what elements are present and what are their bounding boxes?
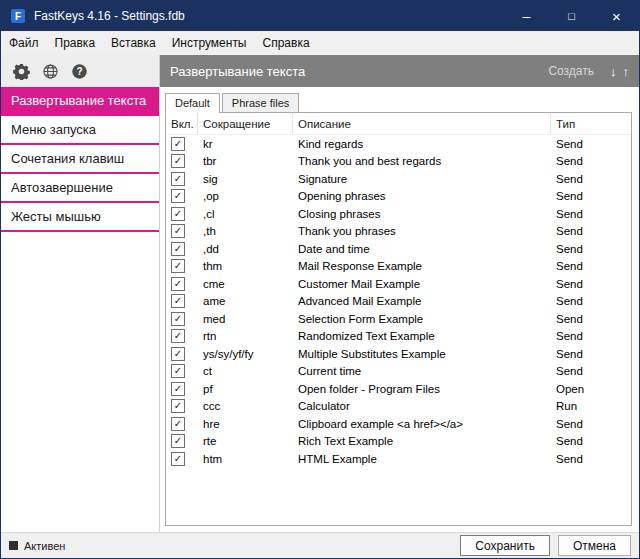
row-checkbox[interactable]: ✓: [171, 224, 185, 238]
menu-item[interactable]: Правка: [47, 31, 104, 55]
table-body: ✓krKind regardsSend✓tbrThank you and bes…: [166, 135, 631, 525]
menu-item[interactable]: Справка: [255, 31, 318, 55]
status-area: Активен: [9, 540, 65, 552]
row-type: Send: [551, 433, 631, 451]
table-row[interactable]: ✓rteRich Text ExampleSend: [166, 433, 631, 451]
row-abbreviation: ,cl: [198, 205, 293, 223]
sidebar-item[interactable]: Автозавершение: [1, 174, 159, 203]
row-checkbox[interactable]: ✓: [171, 312, 185, 326]
row-check-cell: ✓: [166, 433, 198, 451]
row-checkbox[interactable]: ✓: [171, 172, 185, 186]
maximize-button[interactable]: □: [549, 1, 594, 31]
row-description: Randomized Text Example: [293, 328, 551, 346]
row-checkbox[interactable]: ✓: [171, 452, 185, 466]
create-button[interactable]: Создать: [548, 64, 594, 78]
menu-item[interactable]: Инструменты: [164, 31, 255, 55]
row-description: Kind regards: [293, 135, 551, 153]
row-checkbox[interactable]: ✓: [171, 137, 185, 151]
row-description: Multiple Substitutes Example: [293, 345, 551, 363]
sort-up-icon[interactable]: ↑: [623, 64, 630, 79]
row-check-cell: ✓: [166, 328, 198, 346]
table-row[interactable]: ✓ys/sy/yf/fyMultiple Substitutes Example…: [166, 345, 631, 363]
close-button[interactable]: ×: [594, 1, 639, 31]
app-window: F FastKeys 4.16 - Settings.fdb – □ × Фай…: [0, 0, 640, 559]
row-type: Send: [551, 450, 631, 468]
table-row[interactable]: ✓tbrThank you and best regardsSend: [166, 153, 631, 171]
table-row[interactable]: ✓ctCurrent timeSend: [166, 363, 631, 381]
row-check-cell: ✓: [166, 258, 198, 276]
row-type: Send: [551, 310, 631, 328]
row-checkbox[interactable]: ✓: [171, 294, 185, 308]
table-row[interactable]: ✓hreClipboard example <a href></a>Send: [166, 415, 631, 433]
gear-icon[interactable]: [13, 63, 30, 80]
menu-item[interactable]: Файл: [1, 31, 47, 55]
minimize-button[interactable]: –: [504, 1, 549, 31]
table-row[interactable]: ✓htmHTML ExampleSend: [166, 450, 631, 468]
row-checkbox[interactable]: ✓: [171, 242, 185, 256]
menu-item[interactable]: Вставка: [103, 31, 164, 55]
row-checkbox[interactable]: ✓: [171, 417, 185, 431]
phrases-table: Вкл.СокращениеОписаниеТип ✓krKind regard…: [165, 112, 632, 526]
row-type: Send: [551, 205, 631, 223]
row-check-cell: ✓: [166, 415, 198, 433]
row-check-cell: ✓: [166, 188, 198, 206]
content-area: ? Развертывание текстаМеню запускаСочета…: [1, 55, 639, 532]
table-row[interactable]: ✓sigSignatureSend: [166, 170, 631, 188]
column-header[interactable]: Описание: [293, 113, 551, 134]
row-abbreviation: kr: [198, 135, 293, 153]
row-checkbox[interactable]: ✓: [171, 347, 185, 361]
status-indicator-icon: [9, 541, 18, 550]
sidebar-item[interactable]: Жесты мышью: [1, 203, 159, 232]
row-checkbox[interactable]: ✓: [171, 329, 185, 343]
section-title: Развертывание текста: [170, 64, 305, 79]
row-description: Signature: [293, 170, 551, 188]
save-button[interactable]: Сохранить: [460, 535, 550, 556]
table-row[interactable]: ✓cmeCustomer Mail ExampleSend: [166, 275, 631, 293]
cancel-button[interactable]: Отмена: [558, 535, 631, 556]
row-checkbox[interactable]: ✓: [171, 154, 185, 168]
row-check-cell: ✓: [166, 205, 198, 223]
tab-default[interactable]: Default: [165, 93, 220, 113]
sidebar-item[interactable]: Развертывание текста: [1, 87, 159, 116]
table-row[interactable]: ✓medSelection Form ExampleSend: [166, 310, 631, 328]
row-checkbox[interactable]: ✓: [171, 259, 185, 273]
tab-phrase-files[interactable]: Phrase files: [222, 93, 299, 112]
row-description: Thank you and best regards: [293, 153, 551, 171]
table-row[interactable]: ✓rtnRandomized Text ExampleSend: [166, 328, 631, 346]
help-icon[interactable]: ?: [71, 63, 88, 80]
table-row[interactable]: ✓ameAdvanced Mail ExampleSend: [166, 293, 631, 311]
table-row[interactable]: ✓krKind regardsSend: [166, 135, 631, 153]
table-row[interactable]: ✓,ddDate and timeSend: [166, 240, 631, 258]
main-panel: Развертывание текста Создать ↓ ↑ Default…: [160, 55, 639, 532]
sidebar-item[interactable]: Меню запуска: [1, 116, 159, 145]
row-checkbox[interactable]: ✓: [171, 434, 185, 448]
table-row[interactable]: ✓,opOpening phrasesSend: [166, 188, 631, 206]
row-type: Send: [551, 293, 631, 311]
table-row[interactable]: ✓thmMail Response ExampleSend: [166, 258, 631, 276]
sort-down-icon[interactable]: ↓: [610, 64, 617, 79]
row-checkbox[interactable]: ✓: [171, 277, 185, 291]
row-check-cell: ✓: [166, 345, 198, 363]
row-type: Send: [551, 170, 631, 188]
table-row[interactable]: ✓cccCalculatorRun: [166, 398, 631, 416]
column-header[interactable]: Сокращение: [198, 113, 293, 134]
row-checkbox[interactable]: ✓: [171, 207, 185, 221]
column-header[interactable]: Вкл.: [166, 113, 198, 134]
row-abbreviation: cme: [198, 275, 293, 293]
sidebar-item[interactable]: Сочетания клавиш: [1, 145, 159, 174]
menu-bar: ФайлПравкаВставкаИнструментыСправка: [1, 31, 639, 55]
row-type: Send: [551, 135, 631, 153]
row-abbreviation: hre: [198, 415, 293, 433]
row-checkbox[interactable]: ✓: [171, 364, 185, 378]
row-type: Send: [551, 153, 631, 171]
globe-icon[interactable]: [42, 63, 59, 80]
row-checkbox[interactable]: ✓: [171, 189, 185, 203]
row-check-cell: ✓: [166, 135, 198, 153]
row-type: Open: [551, 380, 631, 398]
column-header[interactable]: Тип: [551, 113, 631, 134]
row-checkbox[interactable]: ✓: [171, 382, 185, 396]
table-row[interactable]: ✓pfOpen folder - Program FilesOpen: [166, 380, 631, 398]
table-row[interactable]: ✓,thThank you phrasesSend: [166, 223, 631, 241]
table-row[interactable]: ✓,clClosing phrasesSend: [166, 205, 631, 223]
row-checkbox[interactable]: ✓: [171, 399, 185, 413]
